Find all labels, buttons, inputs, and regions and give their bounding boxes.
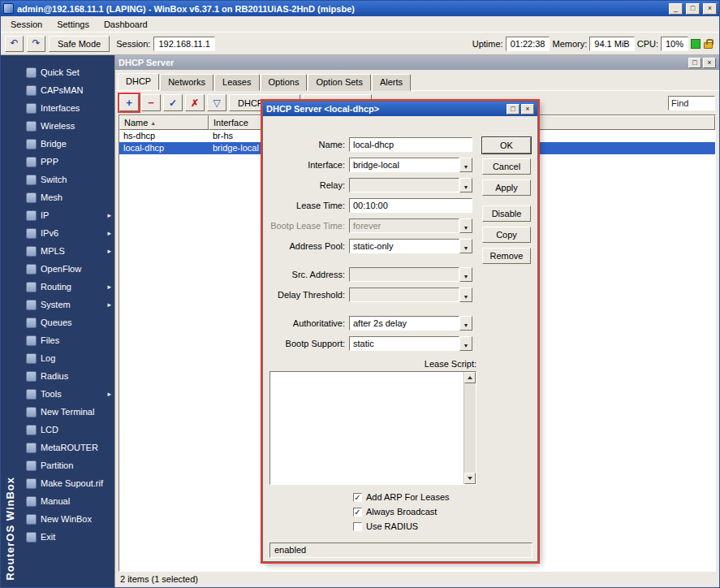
src-address-input[interactable] xyxy=(349,267,459,282)
restore-button[interactable]: □ xyxy=(688,58,701,68)
tab-networks[interactable]: Networks xyxy=(160,74,213,91)
sidebar-item-system[interactable]: System▸ xyxy=(22,296,114,313)
bootp-support-input[interactable] xyxy=(349,336,459,351)
maximize-button[interactable]: □ xyxy=(507,104,520,115)
bootp-lease-time-dropdown-button[interactable]: ▼ xyxy=(459,218,472,233)
add-arp-checkbox-row[interactable]: ✓ Add ARP For Leases xyxy=(353,492,532,502)
use-radius-checkbox[interactable] xyxy=(353,522,362,531)
address-pool-dropdown-button[interactable]: ▼ xyxy=(459,239,472,253)
apply-button[interactable]: Apply xyxy=(482,179,531,196)
filter-button[interactable]: ▽ xyxy=(207,94,226,111)
relay-input[interactable] xyxy=(349,178,459,192)
bootp-support-dropdown-button[interactable]: ▼ xyxy=(459,336,472,351)
ok-button[interactable]: OK xyxy=(482,137,531,153)
sidebar-item-quick-set[interactable]: Quick Set xyxy=(22,63,114,81)
always-broadcast-checkbox[interactable]: ✓ xyxy=(353,508,362,517)
always-broadcast-checkbox-row[interactable]: ✓ Always Broadcast xyxy=(353,507,532,517)
column-header-name[interactable]: Name▲ xyxy=(119,115,209,130)
copy-button[interactable]: Copy xyxy=(482,227,531,243)
authoritative-dropdown-button[interactable]: ▼ xyxy=(459,316,472,331)
tab-options[interactable]: Options xyxy=(261,74,308,91)
sidebar-item-routing[interactable]: Routing▸ xyxy=(22,278,114,296)
add-button[interactable]: + xyxy=(119,94,139,111)
session-label: Session: xyxy=(116,39,150,49)
disable-button[interactable]: Disable xyxy=(482,205,531,222)
sidebar-item-mesh[interactable]: Mesh xyxy=(22,188,114,206)
bootp-lease-time-input[interactable] xyxy=(349,218,459,233)
interface-dropdown-button[interactable]: ▼ xyxy=(459,158,472,172)
authoritative-input[interactable] xyxy=(349,316,459,331)
interface-input[interactable] xyxy=(349,158,459,172)
sidebar-item-ppp[interactable]: PPP xyxy=(22,153,114,171)
sidebar-item-partition[interactable]: Partition xyxy=(22,456,114,474)
delay-threshold-input[interactable] xyxy=(349,288,459,302)
dhcp-server-titlebar[interactable]: DHCP Server □ × xyxy=(115,55,719,70)
window-titlebar[interactable]: admin@192.168.11.1 (LAPING) - WinBox v6.… xyxy=(1,1,719,16)
enable-button[interactable]: ✓ xyxy=(163,94,183,111)
add-arp-checkbox[interactable]: ✓ xyxy=(353,493,362,502)
redo-button[interactable]: ↷ xyxy=(27,36,45,52)
close-button[interactable]: × xyxy=(703,58,716,68)
sidebar-item-new-winbox[interactable]: New WinBox xyxy=(22,510,114,528)
sidebar-item-queues[interactable]: Queues xyxy=(22,313,114,331)
undo-button[interactable]: ↶ xyxy=(5,36,24,52)
sidebar-item-log[interactable]: Log xyxy=(22,349,114,367)
dialog-status: enabled xyxy=(269,543,532,558)
src-address-dropdown-button[interactable]: ▼ xyxy=(459,267,472,282)
sidebar-item-switch[interactable]: Switch xyxy=(22,171,114,188)
dialog-titlebar[interactable]: DHCP Server <local-dhcp> □ × xyxy=(263,102,537,116)
capsman-icon xyxy=(26,85,37,96)
lease-script-scrollbar[interactable] xyxy=(463,372,476,484)
scroll-up-button[interactable] xyxy=(464,372,476,383)
sidebar-item-files[interactable]: Files xyxy=(22,331,114,349)
sidebar-item-wireless[interactable]: Wireless xyxy=(22,117,114,135)
sidebar-item-exit[interactable]: Exit xyxy=(22,528,114,546)
close-button[interactable]: × xyxy=(703,3,717,15)
session-address[interactable]: 192.168.11.1 xyxy=(153,37,214,51)
menu-session[interactable]: Session xyxy=(3,17,50,32)
tab-dhcp[interactable]: DHCP xyxy=(118,73,159,90)
close-button[interactable]: × xyxy=(521,104,534,115)
maximize-button[interactable]: □ xyxy=(686,3,700,15)
name-input[interactable] xyxy=(349,137,472,152)
lease-time-input[interactable] xyxy=(349,198,472,213)
sidebar-item-make-supout[interactable]: Make Supout.rif xyxy=(22,474,114,492)
safe-mode-button[interactable]: Safe Mode xyxy=(49,36,110,52)
sidebar-item-ip[interactable]: IP▸ xyxy=(22,206,114,224)
disable-item-button[interactable]: ✗ xyxy=(185,94,205,111)
sidebar-item-capsman[interactable]: CAPsMAN xyxy=(22,81,114,99)
sidebar-item-interfaces[interactable]: Interfaces xyxy=(22,99,114,117)
sidebar-item-ipv6[interactable]: IPv6▸ xyxy=(22,224,114,242)
cancel-button[interactable]: Cancel xyxy=(482,158,531,175)
mpls-icon xyxy=(26,246,37,257)
sidebar-item-new-terminal[interactable]: New Terminal xyxy=(22,403,114,421)
sidebar-item-mpls[interactable]: MPLS▸ xyxy=(22,242,114,260)
sidebar-item-openflow[interactable]: OpenFlow xyxy=(22,260,114,278)
address-pool-input[interactable] xyxy=(349,239,459,253)
sidebar-item-radius[interactable]: Radius xyxy=(22,367,114,385)
find-input[interactable] xyxy=(668,96,715,110)
scroll-track[interactable] xyxy=(464,383,476,473)
delay-threshold-dropdown-button[interactable]: ▼ xyxy=(459,288,472,302)
menu-dashboard[interactable]: Dashboard xyxy=(97,17,155,32)
remove-item-button[interactable]: − xyxy=(141,94,161,111)
tab-alerts[interactable]: Alerts xyxy=(372,74,411,91)
use-radius-checkbox-row[interactable]: Use RADIUS xyxy=(353,521,532,531)
scroll-down-button[interactable] xyxy=(464,473,476,484)
mesh-icon xyxy=(26,192,37,203)
sidebar-item-metarouter[interactable]: MetaROUTER xyxy=(22,439,114,456)
tab-leases[interactable]: Leases xyxy=(214,74,259,91)
lease-script-textarea[interactable] xyxy=(270,372,463,484)
lcd-icon xyxy=(26,425,37,435)
interfaces-icon xyxy=(26,103,37,114)
tab-option-sets[interactable]: Option Sets xyxy=(308,74,370,91)
sidebar-item-tools[interactable]: Tools▸ xyxy=(22,385,114,403)
minimize-button[interactable]: _ xyxy=(669,3,683,15)
sidebar-item-lcd[interactable]: LCD xyxy=(22,421,114,439)
relay-dropdown-button[interactable]: ▼ xyxy=(459,178,472,192)
uptime-value: 01:22:38 xyxy=(506,37,550,51)
menu-settings[interactable]: Settings xyxy=(50,17,97,32)
sidebar-item-bridge[interactable]: Bridge xyxy=(22,135,114,153)
sidebar-item-manual[interactable]: Manual xyxy=(22,492,114,510)
remove-button[interactable]: Remove xyxy=(482,248,531,264)
